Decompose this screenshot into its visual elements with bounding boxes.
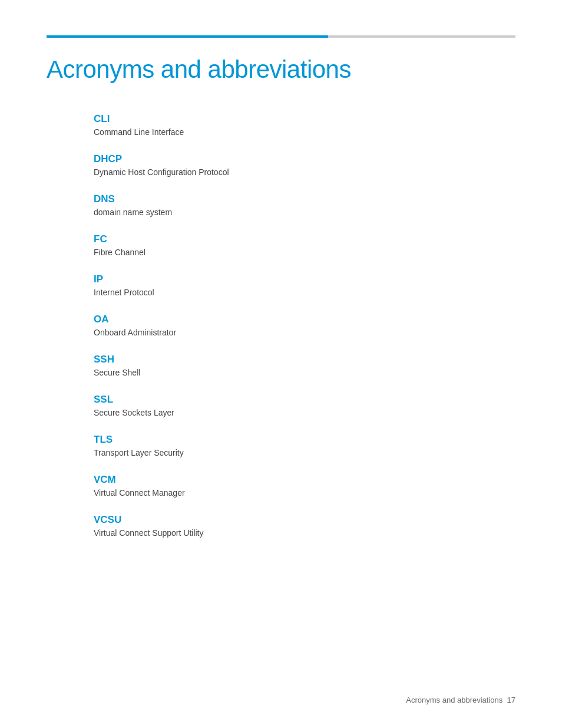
acronym-definition: Secure Sockets Layer bbox=[94, 408, 515, 417]
list-item: IPInternet Protocol bbox=[94, 274, 515, 297]
acronym-term: CLI bbox=[94, 113, 515, 125]
acronym-definition: Dynamic Host Configuration Protocol bbox=[94, 167, 515, 177]
acronym-definition: Onboard Administrator bbox=[94, 328, 515, 337]
list-item: OAOnboard Administrator bbox=[94, 314, 515, 337]
acronym-definition: Internet Protocol bbox=[94, 288, 515, 297]
list-item: TLSTransport Layer Security bbox=[94, 434, 515, 457]
list-item: VCMVirtual Connect Manager bbox=[94, 474, 515, 498]
acronym-term: DHCP bbox=[94, 153, 515, 165]
list-item: SSLSecure Sockets Layer bbox=[94, 394, 515, 417]
acronym-term: SSL bbox=[94, 394, 515, 406]
acronym-term: OA bbox=[94, 314, 515, 325]
acronym-term: VCSU bbox=[94, 514, 515, 526]
acronym-term: SSH bbox=[94, 354, 515, 365]
list-item: FCFibre Channel bbox=[94, 233, 515, 257]
footer-page-number: 17 bbox=[507, 696, 515, 704]
list-item: CLICommand Line Interface bbox=[94, 113, 515, 137]
acronym-term: IP bbox=[94, 274, 515, 285]
list-item: VCSUVirtual Connect Support Utility bbox=[94, 514, 515, 538]
acronyms-list: CLICommand Line InterfaceDHCPDynamic Hos… bbox=[94, 113, 515, 538]
footer-text: Acronyms and abbreviations bbox=[406, 696, 503, 704]
acronym-definition: Transport Layer Security bbox=[94, 448, 515, 457]
list-item: DNSdomain name system bbox=[94, 193, 515, 217]
acronym-definition: Secure Shell bbox=[94, 368, 515, 377]
list-item: DHCPDynamic Host Configuration Protocol bbox=[94, 153, 515, 177]
list-item: SSHSecure Shell bbox=[94, 354, 515, 377]
acronym-definition: Virtual Connect Manager bbox=[94, 488, 515, 498]
page-title: Acronyms and abbreviations bbox=[47, 55, 515, 84]
acronym-term: DNS bbox=[94, 193, 515, 205]
acronym-term: VCM bbox=[94, 474, 515, 486]
acronym-term: FC bbox=[94, 233, 515, 245]
acronym-definition: Command Line Interface bbox=[94, 127, 515, 137]
page-container: Acronyms and abbreviations CLICommand Li… bbox=[0, 0, 562, 601]
footer: Acronyms and abbreviations 17 bbox=[406, 696, 515, 704]
top-border bbox=[47, 35, 515, 38]
acronym-definition: domain name system bbox=[94, 207, 515, 217]
acronym-definition: Virtual Connect Support Utility bbox=[94, 528, 515, 538]
acronym-definition: Fibre Channel bbox=[94, 248, 515, 257]
acronym-term: TLS bbox=[94, 434, 515, 446]
